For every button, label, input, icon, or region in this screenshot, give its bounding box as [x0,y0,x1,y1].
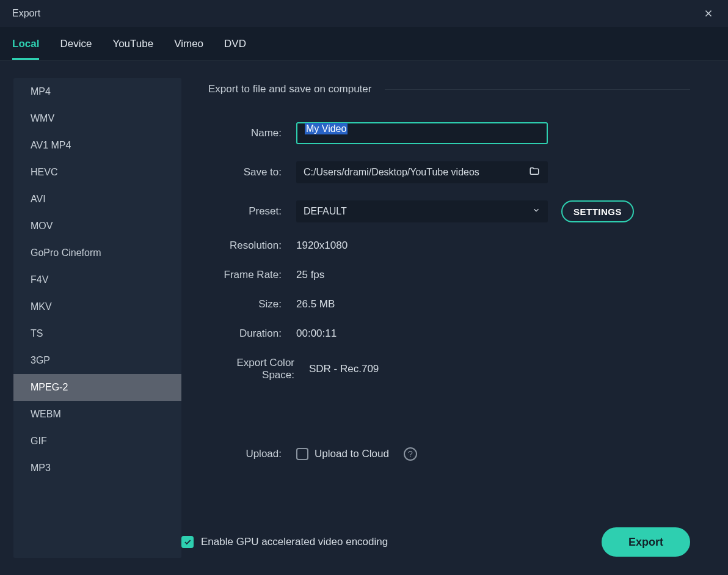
format-item-gopro-cineform[interactable]: GoPro Cineform [13,240,181,266]
name-label: Name: [208,127,296,139]
format-item-mp4[interactable]: MP4 [13,78,181,105]
resolution-value: 1920x1080 [296,240,348,252]
section-title: Export to file and save on computer [208,83,371,95]
tab-local[interactable]: Local [12,29,39,59]
duration-label: Duration: [208,328,296,340]
preset-value: DEFAULT [304,206,347,217]
framerate-label: Frame Rate: [208,269,296,281]
tabs-bar: LocalDeviceYouTubeVimeoDVD [0,27,728,61]
settings-button[interactable]: SETTINGS [561,200,634,222]
saveto-value: C:/Users/drami/Desktop/YouTube videos [304,167,479,178]
close-icon [703,8,714,19]
saveto-field[interactable]: C:/Users/drami/Desktop/YouTube videos [296,161,548,183]
upload-checkbox[interactable] [296,448,308,460]
size-value: 26.5 MB [296,298,335,310]
format-item-mp3[interactable]: MP3 [13,455,181,482]
help-icon[interactable]: ? [404,447,417,461]
format-item-gif[interactable]: GIF [13,428,181,455]
format-item-av1-mp4[interactable]: AV1 MP4 [13,132,181,159]
chevron-down-icon [532,206,541,217]
size-label: Size: [208,298,296,310]
tab-vimeo[interactable]: Vimeo [174,29,203,59]
format-item-3gp[interactable]: 3GP [13,347,181,374]
format-item-mkv[interactable]: MKV [13,293,181,320]
format-item-mov[interactable]: MOV [13,213,181,240]
format-item-avi[interactable]: AVI [13,186,181,213]
resolution-label: Resolution: [208,240,296,252]
name-input[interactable]: My Video [296,122,548,144]
tab-youtube[interactable]: YouTube [112,29,153,59]
close-button[interactable] [701,6,716,21]
format-item-f4v[interactable]: F4V [13,266,181,293]
colorspace-label: Export Color Space: [208,357,309,381]
tab-device[interactable]: Device [60,29,92,59]
section-divider [385,89,690,90]
preset-label: Preset: [208,205,296,218]
framerate-value: 25 fps [296,269,324,281]
gpu-checkbox-label: Enable GPU accelerated video encoding [201,536,388,548]
format-item-ts[interactable]: TS [13,320,181,347]
format-item-hevc[interactable]: HEVC [13,159,181,186]
tab-dvd[interactable]: DVD [224,29,246,59]
format-item-wmv[interactable]: WMV [13,105,181,132]
duration-value: 00:00:11 [296,328,337,340]
export-button[interactable]: Export [602,527,690,557]
format-item-webm[interactable]: WEBM [13,401,181,428]
saveto-label: Save to: [208,166,296,178]
window-title: Export [12,8,40,19]
name-input-value: My Video [305,123,348,134]
preset-select[interactable]: DEFAULT [296,200,548,222]
upload-label: Upload: [208,448,296,460]
format-item-mpeg-2[interactable]: MPEG-2 [13,374,181,401]
colorspace-value: SDR - Rec.709 [309,363,379,375]
upload-checkbox-label: Upload to Cloud [315,448,389,460]
folder-icon[interactable] [528,166,541,179]
gpu-checkbox[interactable] [181,536,194,548]
format-sidebar: MP4WMVAV1 MP4HEVCAVIMOVGoPro CineformF4V… [13,78,181,558]
